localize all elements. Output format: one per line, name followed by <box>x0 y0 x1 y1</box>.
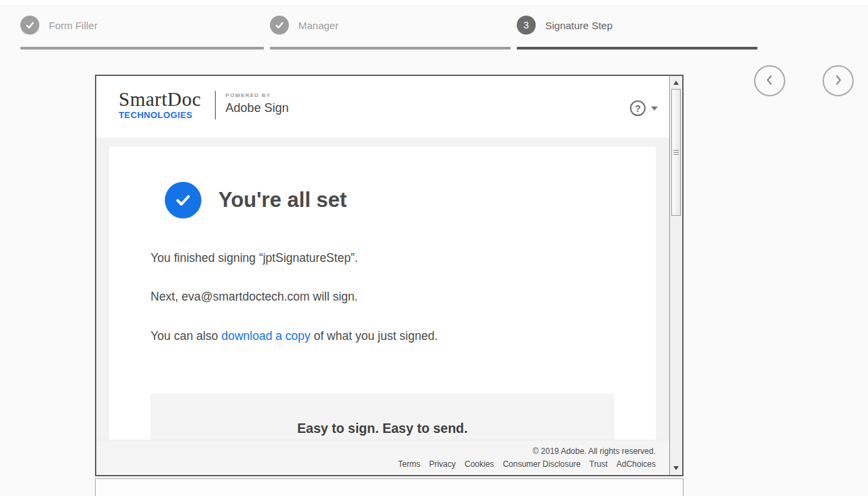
step-progress-bar <box>517 47 757 50</box>
signed-message: You finished signing “jptSignatureStep”. <box>151 250 358 266</box>
footer-link[interactable]: Trust <box>589 459 608 469</box>
product-name: Adobe Sign <box>226 101 289 115</box>
step-label: Signature Step <box>545 20 612 31</box>
footer-link[interactable]: AdChoices <box>616 459 656 469</box>
scroll-down-button[interactable] <box>671 462 682 474</box>
footer-link[interactable]: Terms <box>398 459 420 469</box>
download-copy-link[interactable]: download a copy <box>221 329 310 343</box>
esign-frame: SmartDoc TECHNOLOGIES POWERED BY Adobe S… <box>95 75 684 476</box>
page-title: You're all set <box>218 188 347 212</box>
next-esign-frame-peek <box>95 478 684 496</box>
step-form-filler[interactable]: Form Filler <box>20 14 264 50</box>
chevron-left-icon <box>763 73 776 89</box>
step-manager[interactable]: Manager <box>270 14 511 50</box>
next-button[interactable] <box>823 65 854 96</box>
logo-divider <box>215 91 216 119</box>
step-signature-step[interactable]: 3 Signature Step <box>517 14 757 50</box>
frame-scrollbar[interactable] <box>669 76 682 475</box>
brand-subtitle: TECHNOLOGIES <box>119 110 201 120</box>
promo-banner: Easy to sign. Easy to send. <box>151 394 614 440</box>
success-check-icon <box>165 182 201 218</box>
scrollbar-grip-icon <box>673 150 679 155</box>
step-label: Manager <box>298 20 338 31</box>
check-icon <box>270 16 289 35</box>
step-progress-bar <box>270 47 511 50</box>
footer-link[interactable]: Consumer Disclosure <box>502 459 580 469</box>
promo-banner-title: Easy to sign. Easy to send. <box>297 421 467 436</box>
download-message: You can also download a copy of what you… <box>151 328 438 344</box>
smartdoc-logo: SmartDoc TECHNOLOGIES POWERED BY Adobe S… <box>119 90 289 120</box>
scrollbar-thumb[interactable] <box>671 89 681 216</box>
footer-link[interactable]: Cookies <box>465 459 494 469</box>
step-progress-bar <box>20 47 264 50</box>
prev-button[interactable] <box>754 65 785 96</box>
chevron-down-icon[interactable] <box>651 107 658 111</box>
triangle-down-icon <box>673 466 679 470</box>
help-icon[interactable]: ? <box>630 100 646 116</box>
wizard-stepper: Form Filler Manager 3 Signature Step <box>20 14 757 50</box>
download-message-suffix: of what you just signed. <box>311 329 438 343</box>
copyright-text: © 2019 Adobe. All rights reserved. <box>96 446 656 456</box>
check-icon <box>20 16 39 35</box>
download-message-prefix: You can also <box>151 329 221 343</box>
triangle-up-icon <box>673 81 679 85</box>
brand-name: SmartDoc <box>119 90 201 109</box>
step-label: Form Filler <box>49 20 98 31</box>
powered-by-label: POWERED BY <box>226 92 289 98</box>
top-strip <box>0 0 868 6</box>
scroll-up-button[interactable] <box>671 77 682 88</box>
confirmation-card: You're all set You finished signing “jpt… <box>109 147 656 440</box>
footer-links: TermsPrivacyCookiesConsumer DisclosureTr… <box>96 459 656 469</box>
chevron-right-icon <box>831 73 845 89</box>
next-signer-message: Next, eva@smartdoctech.com will sign. <box>151 288 358 305</box>
esign-header: SmartDoc TECHNOLOGIES POWERED BY Adobe S… <box>96 76 669 138</box>
footer-link[interactable]: Privacy <box>429 459 456 469</box>
step-number-badge: 3 <box>517 16 536 35</box>
esign-footer: © 2019 Adobe. All rights reserved. Terms… <box>96 440 669 475</box>
